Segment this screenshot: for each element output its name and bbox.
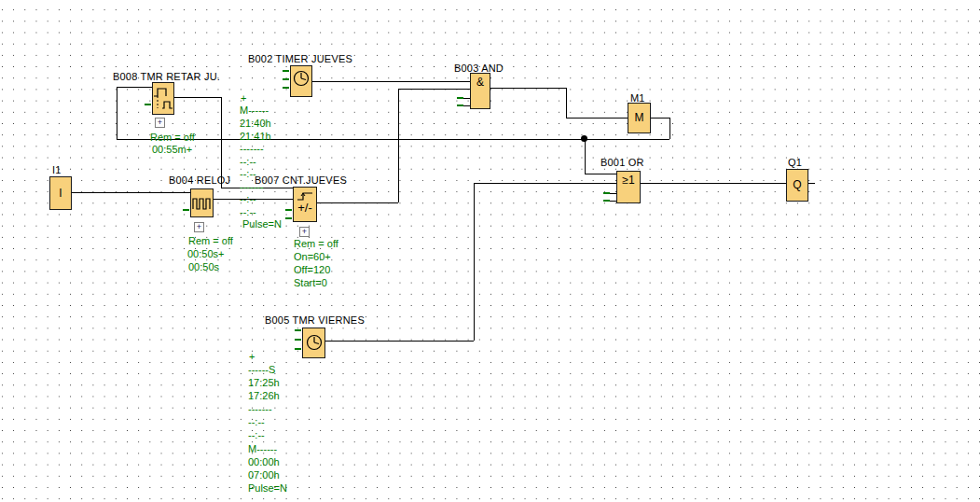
wire-b003-out[interactable] (490, 88, 566, 89)
block-label-b002: B002 TIMER JUEVES (248, 53, 352, 64)
pin-tick (285, 209, 292, 211)
wire-v-b007-to-b003[interactable] (398, 89, 399, 202)
param-text: Off=120 (294, 264, 330, 275)
wire-b001-stub4[interactable] (609, 201, 616, 202)
wire-b005-out[interactable] (324, 341, 474, 342)
wire-b001-stub3[interactable] (609, 193, 616, 194)
block-label-q1: Q1 (788, 157, 802, 168)
expand-button-b007[interactable]: + (299, 227, 310, 237)
wire-v-b008-in[interactable] (117, 87, 117, 139)
pin-tick (183, 209, 189, 211)
and-symbol: & (471, 76, 490, 89)
wire-i1-to-b004[interactable] (72, 192, 190, 193)
param-text: 21:40h (240, 118, 271, 129)
block-label-b001: B001 OR (600, 157, 644, 168)
param-text: 00:00h (248, 456, 280, 467)
pin-tick (283, 87, 289, 89)
block-m1-marker[interactable]: M (628, 103, 651, 133)
pin-tick (603, 200, 610, 202)
param-text: 00:50s+ (187, 248, 224, 259)
pin-tick (295, 348, 301, 350)
wire-v-b005-up[interactable] (474, 183, 475, 341)
param-text: Rem = off (150, 132, 195, 143)
pin-tick (283, 78, 289, 80)
block-b007-counter[interactable]: +/- (293, 187, 317, 222)
param-text: M------ (240, 105, 269, 116)
input-symbol: I (50, 177, 71, 209)
block-b001-or[interactable]: ≥1 (616, 171, 641, 203)
pin-tick (285, 217, 292, 219)
block-label-b004: B004 RELOJ (169, 174, 230, 186)
retentive-delay-icon (153, 86, 173, 111)
wire-m1-out[interactable] (651, 118, 669, 119)
param-text: + (249, 351, 255, 362)
pin-tick (457, 97, 463, 99)
expand-button-b004[interactable]: + (194, 222, 204, 232)
wire-b007-to-b003-in2[interactable] (398, 89, 470, 90)
param-text: --:-- (240, 206, 256, 217)
param-text: Start=0 (294, 277, 327, 288)
param-text: + (241, 92, 246, 104)
block-label-i1: I1 (52, 164, 62, 175)
clock-icon (304, 332, 324, 353)
pin-tick (457, 105, 463, 106)
param-text: --:-- (240, 193, 256, 204)
wire-q1-stub[interactable] (808, 183, 815, 184)
param-text: 17:26h (248, 390, 280, 401)
clock-icon (291, 68, 311, 89)
or-symbol: ≥1 (617, 174, 640, 187)
wire-b008-out[interactable] (174, 97, 222, 98)
block-b004-pulse-generator[interactable] (190, 188, 214, 217)
pin-tick (145, 104, 151, 105)
block-b008-timer[interactable] (152, 82, 174, 115)
wire-b003-stub4[interactable] (462, 105, 470, 106)
pin-tick (295, 329, 301, 331)
wire-b003-stub3[interactable] (462, 98, 470, 99)
param-text: Rem = off (294, 238, 338, 249)
counter-symbol: +/- (294, 201, 316, 215)
pin-tick (283, 70, 289, 72)
param-text: Rem = off (188, 235, 233, 246)
wire-v-dot-branch[interactable] (585, 139, 586, 174)
wire-b005-to-b001-in2[interactable] (474, 183, 616, 184)
block-i1-input[interactable]: I (49, 176, 72, 210)
param-text: 17:25h (248, 377, 280, 388)
wire-v-b003-to-m1[interactable] (566, 88, 567, 118)
param-text: --:-- (248, 416, 265, 427)
param-text: --:-- (248, 429, 265, 440)
wire-dot-to-b001-in1[interactable] (585, 174, 616, 174)
fbd-canvas[interactable]: I1 I B008 TMR RETAR JU. + Rem = off 00:5… (0, 0, 980, 502)
param-text: M------ (248, 443, 277, 454)
wire-to-m1-in[interactable] (566, 118, 628, 119)
block-b003-and[interactable]: & (470, 73, 490, 109)
wire-b002-to-b003[interactable] (312, 81, 470, 82)
block-b002-weekly-timer[interactable] (290, 65, 312, 97)
param-text: 00:50s (188, 261, 219, 272)
marker-symbol: M (628, 104, 650, 132)
param-text: Pulse=N (242, 218, 282, 230)
param-text: Pulse=N (248, 482, 287, 494)
block-label-b008: B008 TMR RETAR JU. (113, 71, 220, 82)
block-b005-weekly-timer[interactable] (302, 328, 325, 358)
param-text: 21:41h (240, 131, 271, 142)
pin-tick (295, 339, 301, 341)
param-text: 07:00h (248, 469, 280, 481)
output-symbol: Q (787, 170, 807, 201)
param-text: On=60+ (294, 251, 331, 262)
param-text: ------S (248, 364, 275, 375)
wire-b001-to-q1[interactable] (641, 183, 786, 184)
wire-b007-out[interactable] (317, 202, 398, 203)
expand-button-b008[interactable]: + (155, 118, 165, 128)
param-text: 00:55m+ (152, 144, 192, 155)
param-text: ------- (248, 403, 272, 414)
block-q1-output[interactable]: Q (786, 169, 808, 202)
wire-feedback-to-b008-in[interactable] (117, 87, 152, 88)
square-wave-icon (192, 197, 212, 210)
block-label-b005: B005 TMR VIERNES (265, 314, 365, 326)
block-label-b007: B007 CNT.JUEVES (255, 174, 347, 186)
param-text: --:-- (240, 156, 256, 167)
wire-v-m1-out[interactable] (669, 118, 670, 139)
pin-tick (603, 192, 610, 194)
wire-junction-dot[interactable] (581, 135, 587, 142)
param-text: ------- (240, 143, 264, 154)
